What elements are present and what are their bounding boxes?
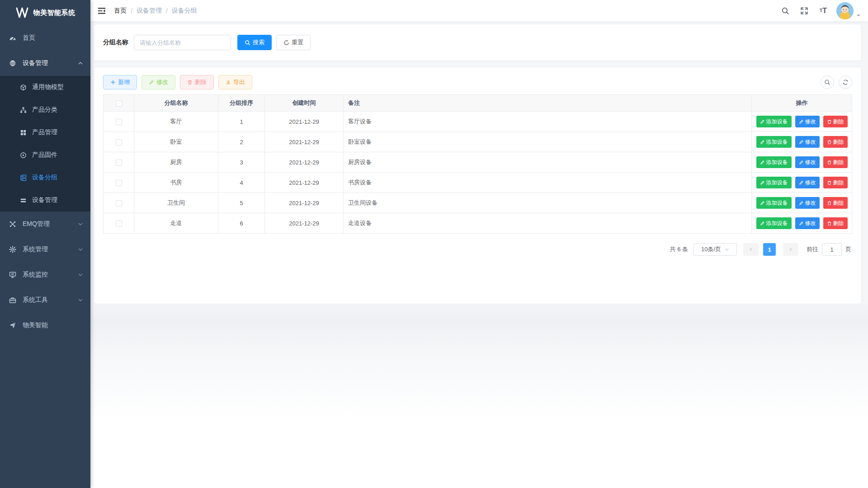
sidebar-item-label: 通用物模型	[32, 83, 64, 91]
fullscreen-icon[interactable]	[797, 3, 812, 19]
cell-group-order: 4	[218, 173, 265, 193]
cell-group-order: 6	[218, 213, 265, 234]
sidebar-item-product-category[interactable]: 产品分类	[0, 99, 90, 121]
row-delete-button[interactable]: 删除	[823, 177, 848, 188]
add-device-button[interactable]: 添加设备	[756, 217, 792, 229]
cell-group-order: 1	[218, 112, 265, 132]
select-all-checkbox[interactable]	[116, 100, 122, 107]
row-edit-button[interactable]: 修改	[795, 116, 820, 127]
breadcrumb-home[interactable]: 首页	[114, 7, 127, 15]
row-delete-button[interactable]: 删除	[823, 116, 848, 127]
add-device-label: 添加设备	[766, 220, 788, 227]
workarea: 分组名称 搜索 重置 新增	[90, 22, 868, 488]
row-checkbox[interactable]	[116, 160, 122, 166]
table-row: 厨房32021-12-29厨房设备添加设备修改删除	[104, 152, 852, 173]
row-delete-button[interactable]: 删除	[823, 156, 848, 168]
row-checkbox[interactable]	[116, 119, 122, 125]
edit-pen-icon	[760, 119, 765, 124]
edit-button-label: 修改	[156, 78, 168, 86]
font-size-icon[interactable]: TT	[816, 3, 831, 19]
cell-group-name: 客厅	[134, 112, 218, 132]
row-checkbox[interactable]	[116, 221, 122, 227]
goto-page: 前往 页	[807, 243, 851, 256]
search-icon	[245, 40, 250, 46]
refresh-icon	[283, 40, 289, 46]
prev-page-icon[interactable]	[743, 243, 759, 256]
cell-remark: 厨房设备	[344, 152, 752, 173]
sidebar-fold-icon[interactable]	[97, 6, 107, 16]
row-checkbox[interactable]	[116, 200, 122, 206]
emq-icon	[9, 221, 16, 228]
refresh-table-icon[interactable]	[839, 75, 852, 89]
sidebar-item-device-management[interactable]: 设备管理	[0, 51, 90, 76]
row-delete-button[interactable]: 删除	[823, 197, 848, 209]
sidebar-item-thing-model[interactable]: 通用物模型	[0, 76, 90, 99]
edit-pen-icon	[799, 140, 804, 145]
sidebar-item-emq[interactable]: EMQ管理	[0, 211, 90, 237]
next-page-icon[interactable]	[783, 243, 798, 256]
big-t: T	[822, 7, 827, 15]
cell-group-name: 走道	[134, 213, 218, 234]
search-icon[interactable]	[778, 3, 793, 19]
sidebar-item-wumei[interactable]: 物美智能	[0, 313, 90, 338]
edit-button[interactable]: 修改	[142, 75, 175, 89]
add-device-button[interactable]: 添加设备	[756, 197, 792, 209]
sidebar-item-device-group[interactable]: 设备分组	[0, 166, 90, 189]
delete-button[interactable]: 删除	[180, 75, 214, 89]
row-edit-button[interactable]: 修改	[795, 156, 820, 168]
add-device-button[interactable]: 添加设备	[756, 177, 792, 188]
sidebar-item-product-firmware[interactable]: 产品固件	[0, 144, 90, 166]
table-row: 卧室22021-12-29卧室设备添加设备修改删除	[104, 132, 852, 152]
row-delete-label: 删除	[833, 138, 844, 146]
logo[interactable]: 物美智能系统	[0, 0, 90, 25]
add-button[interactable]: 新增	[103, 75, 137, 89]
page-size-select[interactable]: 10条/页	[693, 243, 737, 256]
export-button[interactable]: 导出	[218, 75, 252, 89]
add-device-button[interactable]: 添加设备	[756, 116, 792, 127]
cell-remark: 书房设备	[344, 173, 752, 193]
sidebar-item-product-management[interactable]: 产品管理	[0, 121, 90, 144]
cell-group-name: 书房	[134, 173, 218, 193]
trash-icon	[827, 221, 832, 226]
breadcrumb-separator: /	[166, 7, 168, 14]
goto-page-input[interactable]	[822, 243, 842, 256]
breadcrumb-item: 设备分组	[172, 7, 197, 15]
reset-button[interactable]: 重置	[276, 35, 311, 50]
row-delete-button[interactable]: 删除	[823, 136, 848, 148]
row-select-cell	[104, 173, 134, 193]
user-menu[interactable]	[836, 2, 861, 19]
sidebar-item-home[interactable]: 首页	[0, 25, 90, 51]
row-edit-button[interactable]: 修改	[795, 177, 820, 188]
group-name-input[interactable]	[134, 35, 231, 50]
row-checkbox[interactable]	[116, 180, 122, 186]
sidebar-item-system-management[interactable]: 系统管理	[0, 237, 90, 262]
row-delete-button[interactable]: 删除	[823, 217, 848, 229]
row-edit-button[interactable]: 修改	[795, 136, 820, 148]
col-header-created: 创建时间	[265, 95, 344, 112]
breadcrumb: 首页 / 设备管理 / 设备分组	[114, 7, 197, 15]
row-edit-button[interactable]: 修改	[795, 197, 820, 209]
add-device-button[interactable]: 添加设备	[756, 136, 792, 148]
row-checkbox[interactable]	[116, 139, 122, 145]
row-edit-button[interactable]: 修改	[795, 217, 820, 229]
row-select-cell	[104, 132, 134, 152]
sidebar-item-system-tools[interactable]: 系统工具	[0, 287, 90, 313]
avatar[interactable]	[836, 2, 854, 19]
download-icon	[226, 80, 231, 85]
table-body: 客厅12021-12-29客厅设备添加设备修改删除卧室22021-12-29卧室…	[104, 112, 852, 234]
sitemap-icon	[20, 107, 27, 113]
col-header-order: 分组排序	[218, 95, 265, 112]
breadcrumb-separator: /	[131, 7, 132, 14]
row-edit-label: 修改	[805, 118, 816, 126]
search-button[interactable]: 搜索	[237, 35, 272, 50]
sidebar-item-label: 产品管理	[32, 128, 57, 136]
page-unit-label: 页	[845, 245, 851, 253]
sidebar-item-device-admin[interactable]: 设备管理	[0, 189, 90, 211]
cell-group-order: 5	[218, 193, 265, 213]
sidebar-item-system-monitor[interactable]: 系统监控	[0, 262, 90, 287]
page-number-button[interactable]: 1	[763, 243, 776, 256]
app-root: 物美智能系统 首页 设备管理 通用物模型	[0, 0, 868, 488]
toggle-search-icon[interactable]	[821, 75, 834, 89]
device-group-icon	[20, 174, 27, 181]
add-device-button[interactable]: 添加设备	[756, 156, 792, 168]
